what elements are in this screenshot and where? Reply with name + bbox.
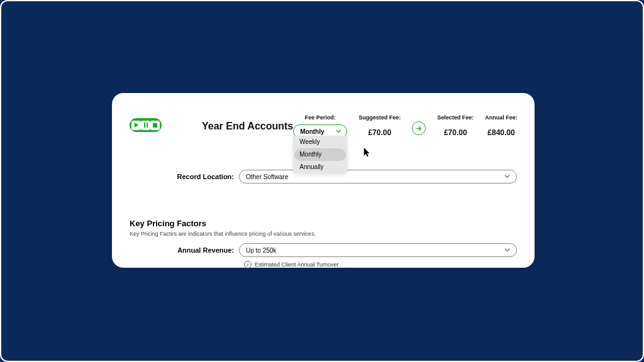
selected-fee-value: £70.00 <box>437 128 474 137</box>
pricing-card: Year End Accounts Fee Period: Monthly We… <box>112 93 535 268</box>
fee-period-label: Fee Period: <box>293 114 347 121</box>
play-icon <box>131 121 141 130</box>
annual-fee-column: Annual Fee: £840.00 <box>485 114 518 137</box>
fee-period-options: Weekly Monthly Annually <box>293 136 347 173</box>
chevron-down-icon <box>504 247 510 254</box>
fee-period-option-weekly[interactable]: Weekly <box>293 136 347 148</box>
annual-fee-label: Annual Fee: <box>485 114 518 121</box>
annual-revenue-value: Up to 250k <box>246 247 276 254</box>
record-location-value: Other Software <box>246 173 288 180</box>
record-location-select[interactable]: Other Software <box>239 170 517 184</box>
suggested-fee-value: £70.00 <box>358 128 401 137</box>
annual-revenue-hint-text: Estimated Client Annual Turnover <box>255 261 339 268</box>
pricing-section-subtitle: Key Pricing Factirs are indicators that … <box>130 231 517 237</box>
selected-fee-column: Selected Fee: £70.00 <box>437 114 474 137</box>
card-header: Year End Accounts Fee Period: Monthly We… <box>130 114 517 145</box>
stop-icon <box>150 121 160 130</box>
svg-marker-0 <box>134 123 138 128</box>
arrow-right-icon <box>416 125 423 132</box>
suggested-fee-column: Suggested Fee: £70.00 <box>358 114 401 137</box>
fee-period-option-monthly[interactable]: Monthly <box>294 148 346 161</box>
chevron-down-icon <box>504 173 510 180</box>
suggested-fee-label: Suggested Fee: <box>358 114 401 121</box>
cursor-icon <box>364 148 371 158</box>
annual-revenue-select[interactable]: Up to 250k <box>239 243 517 257</box>
selected-fee-label: Selected Fee: <box>437 114 474 121</box>
app-logo <box>130 118 162 132</box>
fee-period-column: Fee Period: Monthly Weekly Monthly Annua… <box>293 114 347 138</box>
info-icon: i <box>244 261 252 268</box>
chevron-down-icon <box>336 128 341 135</box>
annual-revenue-row: Annual Revenue: Up to 250k <box>130 243 517 257</box>
annual-revenue-label: Annual Revenue: <box>130 246 239 254</box>
pricing-section-title: Key Pricing Factors <box>130 219 517 228</box>
annual-fee-value: £840.00 <box>485 128 518 137</box>
pause-icon <box>141 121 150 130</box>
fee-period-option-annually[interactable]: Annually <box>293 161 347 173</box>
apply-suggested-fee-button[interactable] <box>412 121 426 135</box>
annual-revenue-hint: i Estimated Client Annual Turnover <box>244 261 517 268</box>
fee-summary: Fee Period: Monthly Weekly Monthly Annua… <box>293 114 518 138</box>
record-location-label: Record Location: <box>130 173 239 180</box>
page-title: Year End Accounts <box>202 121 293 132</box>
fee-period-selected: Monthly <box>300 128 324 135</box>
